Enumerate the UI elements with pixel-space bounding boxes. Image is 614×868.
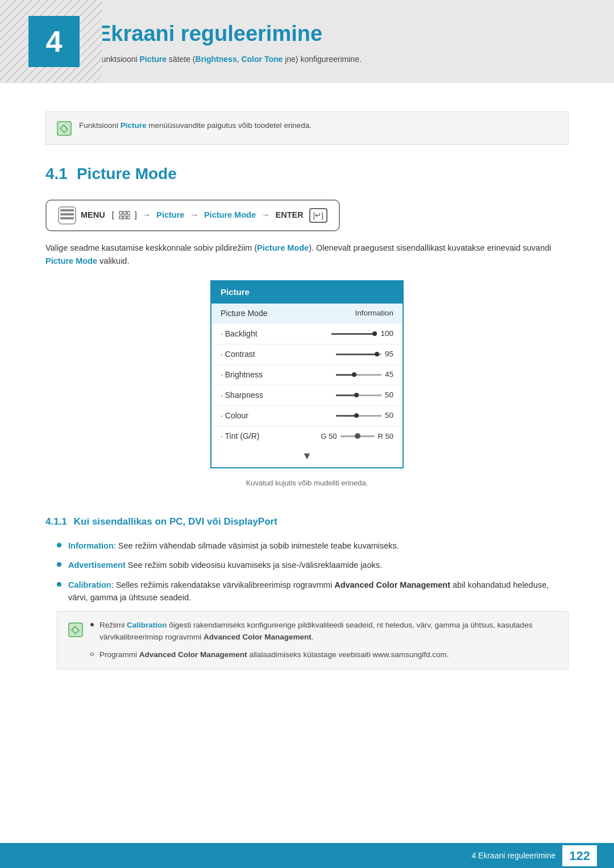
sub-bullet-2 bbox=[90, 653, 94, 656]
brightness-row: · Brightness 45 bbox=[211, 365, 403, 385]
menu-nav-box: MENU [ ] → Picture → Picture Mode → ENTE… bbox=[45, 200, 340, 231]
sharpness-bar: 50 bbox=[336, 389, 393, 401]
backlight-bar: 100 bbox=[331, 328, 393, 339]
note-sub-icon bbox=[68, 622, 84, 638]
main-content: Funktsiooni Picture menüüsuvandite paigu… bbox=[0, 83, 614, 721]
menu-bracket-right: ] bbox=[135, 209, 137, 222]
svg-rect-5 bbox=[60, 217, 74, 219]
bullet-advertisement: Advertisement See režiim sobib videosisu… bbox=[57, 559, 569, 571]
page-footer: 4 Ekraani reguleerimine 122 bbox=[0, 843, 614, 868]
menu-caption: Kuvatud kujutis võib mudeliti erineda. bbox=[246, 477, 368, 489]
colour-row: · Colour 50 bbox=[211, 406, 403, 426]
menu-bracket-left: [ bbox=[112, 209, 114, 222]
note-top-text: Funktsiooni Picture menüüsuvandite paigu… bbox=[79, 120, 312, 131]
brightness-label: · Brightness bbox=[221, 369, 263, 381]
arrow-1: → bbox=[143, 209, 151, 222]
tint-bar: G 50 R 50 bbox=[321, 431, 393, 442]
bullet-calibration: Calibration: Selles režiimis rakendataks… bbox=[57, 579, 569, 604]
bullet-dot-2 bbox=[57, 562, 61, 567]
menu-picture-mode: Picture Mode bbox=[204, 209, 256, 222]
tint-label: · Tint (G/R) bbox=[221, 430, 259, 442]
svg-rect-12 bbox=[69, 623, 82, 637]
section-title: Picture Mode bbox=[77, 162, 177, 186]
bullet-text-information: Information: See režiim vähendab silmade… bbox=[68, 539, 399, 552]
subsection-number: 4.1.1 bbox=[45, 514, 67, 529]
bullet-text-advertisement: Advertisement See režiim sobib videosisu… bbox=[68, 559, 382, 571]
picture-menu: Picture Picture Mode Information · Backl… bbox=[210, 280, 404, 468]
chapter-number: 4 bbox=[28, 16, 80, 67]
tint-row: · Tint (G/R) G 50 R 50 bbox=[211, 426, 403, 446]
svg-rect-3 bbox=[60, 209, 74, 211]
bullet-list: Information: See režiim vähendab silmade… bbox=[57, 539, 569, 604]
section-4-1-1-heading: 4.1.1 Kui sisendallikas on PC, DVI või D… bbox=[45, 514, 569, 529]
bullet-dot-1 bbox=[57, 543, 61, 547]
section-number: 4.1 bbox=[45, 162, 68, 186]
note-sub-item-1: Režiimi Calibration õigesti rakendamisek… bbox=[90, 620, 558, 643]
arrow-3: → bbox=[262, 209, 270, 222]
chapter-subtitle: Funktsiooni Picture sätete (Brightness, … bbox=[97, 53, 580, 65]
sub-bullet-1 bbox=[90, 623, 94, 626]
contrast-bar: 95 bbox=[336, 348, 393, 360]
grid-icon bbox=[119, 211, 130, 220]
bullet-information: Information: See režiim vähendab silmade… bbox=[57, 539, 569, 552]
menu-scroll-down: ▼ bbox=[211, 446, 403, 467]
picture-mode-value: Information bbox=[355, 308, 393, 319]
note-sub-item-2: Programmi Advanced Color Management alla… bbox=[90, 649, 558, 661]
menu-picture: Picture bbox=[156, 209, 184, 222]
chapter-title: Ekraani reguleerimine bbox=[97, 18, 580, 50]
note-icon bbox=[56, 121, 72, 136]
note-box-top: Funktsiooni Picture menüüsuvandite paigu… bbox=[45, 111, 569, 145]
header-title-block: Ekraani reguleerimine Funktsiooni Pictur… bbox=[97, 18, 580, 65]
picture-menu-header: Picture bbox=[211, 281, 403, 304]
subsection-title: Kui sisendallikas on PC, DVI või Display… bbox=[74, 514, 277, 529]
svg-rect-10 bbox=[123, 216, 126, 219]
svg-rect-9 bbox=[119, 216, 122, 219]
menu-label: MENU bbox=[81, 209, 105, 222]
section-4-1-desc: Valige seadme kasutamise keskkonnale sob… bbox=[45, 242, 569, 268]
section-4-1-heading: 4.1 Picture Mode bbox=[45, 162, 569, 186]
svg-rect-8 bbox=[127, 211, 130, 214]
sharpness-row: · Sharpness 50 bbox=[211, 385, 403, 406]
arrow-2: → bbox=[190, 209, 198, 222]
note-sub-list: Režiimi Calibration õigesti rakendamisek… bbox=[90, 620, 558, 661]
footer-chapter-text: 4 Ekraani reguleerimine bbox=[471, 850, 555, 862]
note-sub-text-2: Programmi Advanced Color Management alla… bbox=[99, 649, 449, 661]
enter-icon: [↵] bbox=[309, 208, 327, 223]
backlight-label: · Backlight bbox=[221, 328, 258, 340]
picture-mode-label: Picture Mode bbox=[221, 308, 267, 319]
colour-label: · Colour bbox=[221, 410, 248, 422]
menu-icon bbox=[58, 206, 76, 225]
backlight-row: · Backlight 100 bbox=[211, 324, 403, 344]
page-number: 122 bbox=[562, 845, 597, 866]
note-sub-box: Režiimi Calibration õigesti rakendamisek… bbox=[57, 611, 569, 670]
bullet-text-calibration: Calibration: Selles režiimis rakendataks… bbox=[68, 579, 569, 604]
picture-mode-row: Picture Mode Information bbox=[211, 304, 403, 324]
svg-rect-6 bbox=[119, 211, 122, 214]
colour-bar: 50 bbox=[336, 410, 393, 421]
svg-rect-7 bbox=[123, 211, 126, 214]
picture-menu-wrapper: Picture Picture Mode Information · Backl… bbox=[45, 280, 569, 494]
chapter-header: 4 Ekraani reguleerimine Funktsiooni Pict… bbox=[0, 0, 614, 83]
svg-rect-0 bbox=[57, 122, 71, 135]
note-sub-text-1: Režiimi Calibration õigesti rakendamisek… bbox=[99, 620, 558, 643]
brightness-bar: 45 bbox=[336, 369, 393, 380]
menu-enter-label: ENTER bbox=[275, 209, 303, 222]
svg-rect-4 bbox=[60, 213, 74, 215]
bullet-dot-3 bbox=[57, 582, 61, 587]
svg-rect-11 bbox=[127, 216, 130, 219]
sharpness-label: · Sharpness bbox=[221, 389, 263, 401]
contrast-row: · Contrast 95 bbox=[211, 344, 403, 365]
contrast-label: · Contrast bbox=[221, 348, 255, 360]
